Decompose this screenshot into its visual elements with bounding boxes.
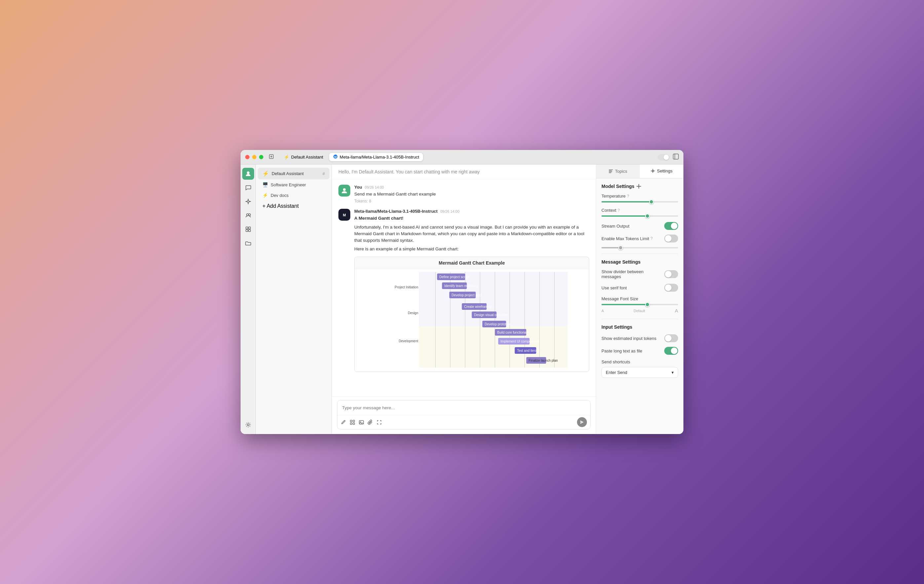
chat-input-toolbar [337, 415, 590, 429]
input-settings-title: Input Settings [601, 324, 678, 330]
maximize-button[interactable] [259, 155, 263, 159]
context-slider[interactable] [601, 216, 678, 217]
serif-font-row: Use serif font [601, 284, 678, 292]
font-size-label: Message Font Size [601, 296, 678, 301]
sidebar-item-settings[interactable] [242, 419, 254, 431]
assistant-item-left: ⚡ Default Assistant [262, 170, 304, 177]
sidebar-item-chat[interactable] [242, 182, 254, 194]
svg-text:Design visual concepts: Design visual concepts [474, 313, 508, 317]
tab1-label: Default Assistant [291, 155, 323, 160]
font-size-large-label: A [675, 308, 678, 313]
ai-message-body-text: Unfortunately, I'm a text-based AI and c… [354, 224, 589, 244]
main-window: ⚡ Default Assistant M Meta-llama/Meta-Ll… [241, 150, 683, 434]
template-icon[interactable] [350, 419, 355, 425]
sidebar-item-persona[interactable] [242, 209, 254, 221]
svg-point-56 [360, 421, 361, 422]
ai-avatar: M [338, 209, 350, 220]
sidebar-item-sparkle[interactable] [242, 196, 254, 207]
tab-default-assistant[interactable]: ⚡ Default Assistant [280, 153, 327, 161]
divider-messages-label: Show divider between messages [601, 269, 664, 279]
svg-rect-53 [350, 423, 352, 424]
user-message-body: You 09/26 14:00 Send me a Mermaid Gantt … [354, 185, 589, 204]
user-avatar [338, 185, 350, 197]
font-size-current-label: Default [634, 309, 645, 313]
serif-font-label: Use serif font [601, 285, 627, 290]
assistant-default[interactable]: ⚡ Default Assistant # [258, 168, 330, 179]
gantt-body: Define project scope Project Initiation … [355, 269, 589, 372]
tab-meta-llama[interactable]: M Meta-llama/Meta-Llama-3.1-405B-Instruc… [329, 153, 423, 161]
user-message-header: You 09/26 14:00 [354, 185, 589, 189]
sidebar-item-grid[interactable] [242, 223, 254, 235]
sidebar-item-folder[interactable] [242, 237, 254, 249]
stream-output-label: Stream Output [601, 224, 630, 229]
paste-as-file-toggle[interactable] [664, 347, 678, 355]
max-tokens-toggle[interactable] [664, 235, 678, 242]
svg-text:Design: Design [408, 311, 418, 315]
stream-output-toggle[interactable] [664, 222, 678, 230]
ai-message-name: Meta-llama/Meta-Llama-3.1-405B-Instruct [354, 209, 437, 214]
gantt-chart: Mermaid Gantt Chart Example [354, 257, 589, 372]
close-button[interactable] [245, 155, 249, 159]
settings-panel: Topics Settings Model Settings Temperatu… [596, 165, 683, 434]
send-shortcuts-dropdown[interactable]: Enter Send ▾ [601, 367, 678, 378]
minimize-button[interactable] [252, 155, 256, 159]
attach-icon[interactable] [368, 419, 373, 425]
add-assistant-text: + Add Assistant [262, 203, 299, 209]
sidebar-item-user[interactable] [242, 168, 254, 180]
message-ai: M Meta-llama/Meta-Llama-3.1-405B-Instruc… [338, 209, 589, 372]
context-row: Context ? [601, 208, 678, 217]
tab2-label: Meta-llama/Meta-Llama-3.1-405B-Instruct [340, 155, 419, 160]
stream-output-row: Stream Output [601, 222, 678, 230]
svg-rect-11 [249, 230, 251, 232]
ai-message-body: Meta-llama/Meta-Llama-3.1-405B-Instruct … [354, 209, 589, 372]
estimated-tokens-row: Show estimated input tokens [601, 334, 678, 342]
divider-messages-toggle[interactable] [664, 270, 678, 278]
svg-text:Define project scope: Define project scope [439, 275, 470, 279]
svg-rect-52 [353, 420, 355, 422]
compose-icon[interactable] [269, 154, 274, 161]
svg-text:Development: Development [399, 339, 418, 343]
chat-input[interactable] [337, 400, 590, 415]
send-button[interactable] [577, 417, 587, 427]
chat-dev-docs[interactable]: ⚡ Dev docs [258, 190, 330, 201]
settings-content: Model Settings Temperature ? Conte [596, 178, 683, 383]
temperature-label: Temperature ? [601, 194, 678, 199]
svg-text:Develop prototype: Develop prototype [485, 322, 512, 326]
assistant-hash: # [323, 171, 325, 176]
send-shortcuts-section: Send shortcuts Enter Send ▾ [601, 359, 678, 378]
temperature-slider[interactable] [601, 201, 678, 202]
image-icon[interactable] [358, 419, 364, 425]
user-message-text: Send me a Mermaid Gantt chart example [354, 191, 589, 197]
svg-text:Test and iterate: Test and iterate [517, 349, 540, 352]
svg-rect-9 [249, 227, 251, 229]
ai-message-header: Meta-llama/Meta-Llama-3.1-405B-Instruct … [354, 209, 589, 214]
context-help-icon: ? [618, 208, 620, 213]
chat-name-software: Software Engineer [271, 183, 306, 187]
serif-font-toggle[interactable] [664, 284, 678, 292]
chat-icon-software: 🖥️ [262, 182, 268, 187]
expand-icon[interactable] [376, 419, 382, 425]
estimated-tokens-label: Show estimated input tokens [601, 336, 656, 341]
tab-topics[interactable]: Topics [596, 165, 640, 178]
chat-header: Hello, I'm Default Assistant. You can st… [332, 165, 596, 179]
tab-topics-label: Topics [615, 169, 627, 174]
user-message-time: 09/26 14:00 [365, 185, 384, 189]
ai-message-time: 09/26 14:00 [440, 209, 459, 213]
tab-settings-label: Settings [657, 168, 673, 173]
chat-name-devdocs: Dev docs [271, 193, 289, 198]
chat-input-box [337, 400, 591, 429]
assistant-emoji: ⚡ [262, 170, 269, 177]
max-tokens-label: Enable Max Tokens Limit ? [601, 236, 653, 241]
estimated-tokens-toggle[interactable] [664, 334, 678, 342]
add-assistant-button[interactable]: + Add Assistant [258, 201, 330, 212]
theme-toggle[interactable]: ☀️ [658, 154, 670, 161]
tab-settings[interactable]: Settings [640, 165, 683, 178]
svg-rect-10 [246, 230, 248, 232]
max-tokens-help-icon: ? [650, 236, 653, 241]
edit-icon[interactable] [341, 419, 346, 425]
panel-icon[interactable] [673, 154, 679, 161]
chat-software-engineer[interactable]: 🖥️ Software Engineer [258, 179, 330, 190]
svg-point-57 [652, 170, 654, 172]
send-shortcuts-label: Send shortcuts [601, 359, 678, 364]
font-size-slider[interactable] [601, 304, 678, 305]
